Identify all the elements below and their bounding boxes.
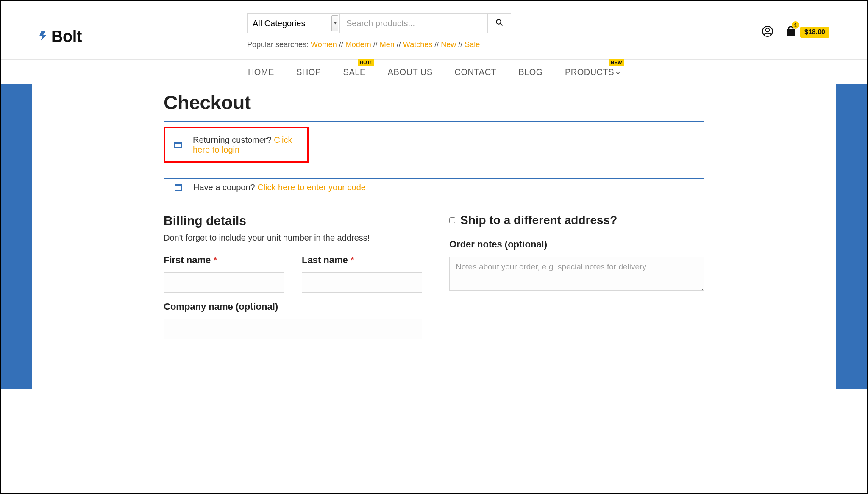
cart-total: $18.00	[800, 27, 829, 38]
company-field: Company name (optional)	[164, 301, 422, 339]
popular-searches: Popular searches: Women // Modern // Men…	[247, 40, 511, 49]
billing-title: Billing details	[164, 214, 422, 228]
logo-text: Bolt	[51, 28, 82, 46]
billing-column: Billing details Don't forget to include …	[164, 214, 422, 348]
nav-shop[interactable]: SHOP	[296, 67, 321, 77]
shipping-column: Ship to a different address? Order notes…	[449, 214, 704, 348]
first-name-input[interactable]	[164, 272, 284, 293]
coupon-text: Have a coupon?	[193, 183, 257, 192]
popular-link-watches[interactable]: Watches	[403, 40, 432, 49]
svg-point-0	[496, 19, 501, 24]
ship-different-row: Ship to a different address?	[449, 214, 704, 227]
category-select[interactable]: All Categories	[248, 14, 340, 33]
ship-different-checkbox[interactable]	[449, 217, 455, 223]
main-nav: HOME SHOP SALE HOT! ABOUT US CONTACT BLO…	[1, 59, 867, 84]
header-right: 1 $18.00	[762, 26, 829, 39]
search-area: All Categories Popular searches: Women /…	[247, 13, 511, 49]
popular-link-sale[interactable]: Sale	[465, 40, 480, 49]
nav-products[interactable]: PRODUCTS NEW	[565, 67, 620, 77]
new-badge: NEW	[609, 59, 624, 66]
svg-rect-7	[175, 185, 182, 186]
nav-about[interactable]: ABOUT US	[388, 67, 433, 77]
nav-sale[interactable]: SALE HOT!	[343, 67, 366, 77]
first-name-field: First name *	[164, 255, 284, 293]
popular-link-modern[interactable]: Modern	[345, 40, 371, 49]
search-bar: All Categories	[247, 13, 511, 33]
bolt-icon	[39, 31, 50, 42]
first-name-label: First name *	[164, 255, 284, 266]
popular-link-men[interactable]: Men	[380, 40, 395, 49]
ship-different-label: Ship to a different address?	[460, 214, 617, 227]
checkout-columns: Billing details Don't forget to include …	[164, 214, 704, 348]
order-notes-label: Order notes (optional)	[449, 239, 704, 250]
company-input[interactable]	[164, 319, 422, 339]
category-select-wrap: All Categories	[248, 14, 340, 33]
user-icon[interactable]	[762, 26, 773, 39]
page-body: Checkout Returning customer? Click here …	[1, 84, 867, 389]
search-input[interactable]	[340, 14, 487, 33]
svg-rect-5	[175, 142, 181, 144]
returning-text: Returning customer?	[193, 135, 274, 144]
logo[interactable]: Bolt	[39, 28, 82, 46]
coupon-notice: Have a coupon? Click here to enter your …	[164, 183, 704, 192]
nav-home[interactable]: HOME	[248, 67, 274, 77]
coupon-link[interactable]: Click here to enter your code	[257, 183, 366, 192]
search-icon	[495, 19, 503, 28]
popular-link-new[interactable]: New	[441, 40, 456, 49]
last-name-input[interactable]	[302, 272, 422, 293]
last-name-label: Last name *	[302, 255, 422, 266]
header: Bolt All Categories Popular searches: Wo…	[1, 1, 867, 53]
search-button[interactable]	[487, 14, 511, 33]
svg-line-1	[500, 23, 502, 25]
page-title: Checkout	[164, 91, 704, 114]
svg-point-3	[766, 28, 770, 32]
cart-count-badge: 1	[792, 21, 799, 29]
company-label: Company name (optional)	[164, 301, 422, 312]
hot-badge: HOT!	[358, 59, 374, 66]
popular-link-women[interactable]: Women	[311, 40, 337, 49]
cart[interactable]: 1 $18.00	[785, 26, 829, 38]
divider	[164, 178, 704, 179]
returning-customer-notice: Returning customer? Click here to login	[164, 127, 309, 163]
window-icon	[174, 142, 182, 148]
billing-subtitle: Don't forget to include your unit number…	[164, 233, 422, 243]
nav-blog[interactable]: BLOG	[518, 67, 543, 77]
popular-label: Popular searches:	[247, 40, 311, 49]
divider	[164, 121, 704, 122]
window-icon	[175, 184, 182, 191]
last-name-field: Last name *	[302, 255, 422, 293]
nav-contact[interactable]: CONTACT	[455, 67, 497, 77]
order-notes-input[interactable]	[449, 257, 704, 291]
chevron-down-icon	[616, 67, 620, 77]
